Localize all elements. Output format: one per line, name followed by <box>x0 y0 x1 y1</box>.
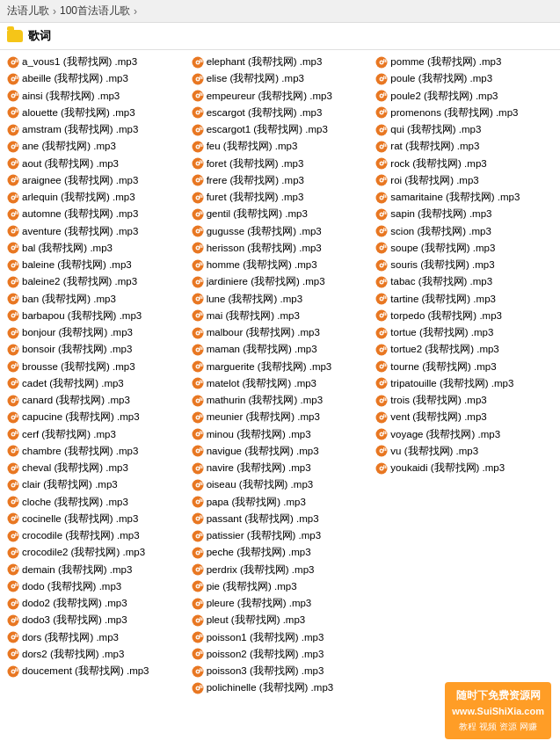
list-item[interactable]: elise (我帮找网) .mp3 <box>190 70 371 87</box>
list-item[interactable]: poule (我帮找网) .mp3 <box>374 70 555 87</box>
breadcrumb-link-2[interactable]: 100首法语儿歌 <box>60 4 130 18</box>
breadcrumb-link-1[interactable]: 法语儿歌 <box>7 4 49 18</box>
list-item[interactable]: cloche (我帮找网) .mp3 <box>5 494 186 511</box>
list-item[interactable]: cerf (我帮找网) .mp3 <box>5 426 186 443</box>
list-item[interactable]: escargot (我帮找网) .mp3 <box>190 105 371 121</box>
list-item[interactable]: soupe (我帮找网) .mp3 <box>374 240 555 257</box>
list-item[interactable]: tortue (我帮找网) .mp3 <box>374 324 555 341</box>
list-item[interactable]: qui (我帮找网) .mp3 <box>374 121 555 138</box>
list-item[interactable]: papa (我帮找网) .mp3 <box>190 494 371 511</box>
list-item[interactable]: brousse (我帮找网) .mp3 <box>5 359 186 375</box>
list-item[interactable]: automne (我帮找网) .mp3 <box>5 206 186 222</box>
list-item[interactable]: samaritaine (我帮找网) .mp3 <box>374 189 555 206</box>
list-item[interactable]: pomme (我帮找网) .mp3 <box>374 54 555 70</box>
list-item[interactable]: dodo (我帮找网) .mp3 <box>5 578 186 595</box>
list-item[interactable]: meunier (我帮找网) .mp3 <box>190 409 371 425</box>
list-item[interactable]: tourne (我帮找网) .mp3 <box>374 359 555 375</box>
list-item[interactable]: abeille (我帮找网) .mp3 <box>5 70 186 87</box>
list-item[interactable]: tartine (我帮找网) .mp3 <box>374 291 555 308</box>
list-item[interactable]: promenons (我帮找网) .mp3 <box>374 105 555 121</box>
list-item[interactable]: aventure (我帮找网) .mp3 <box>5 223 186 240</box>
list-item[interactable]: capucine (我帮找网) .mp3 <box>5 409 186 425</box>
list-item[interactable]: youkaidi (我帮找网) .mp3 <box>374 460 555 476</box>
list-item[interactable]: dors2 (我帮找网) .mp3 <box>5 646 186 663</box>
list-item[interactable]: torpedo (我帮找网) .mp3 <box>374 308 555 324</box>
list-item[interactable]: poisson3 (我帮找网) .mp3 <box>190 663 371 679</box>
list-item[interactable]: ban (我帮找网) .mp3 <box>5 291 186 308</box>
list-item[interactable]: malbour (我帮找网) .mp3 <box>190 324 371 341</box>
list-item[interactable]: dodo3 (我帮找网) .mp3 <box>5 612 186 628</box>
list-item[interactable]: poisson2 (我帮找网) .mp3 <box>190 646 371 663</box>
list-item[interactable]: amstram (我帮找网) .mp3 <box>5 121 186 138</box>
list-item[interactable]: rock (我帮找网) .mp3 <box>374 156 555 172</box>
list-item[interactable]: demain (我帮找网) .mp3 <box>5 562 186 578</box>
list-item[interactable]: crocodile (我帮找网) .mp3 <box>5 527 186 544</box>
list-item[interactable]: gentil (我帮找网) .mp3 <box>190 206 371 222</box>
list-item[interactable]: elephant (我帮找网) .mp3 <box>190 54 371 70</box>
list-item[interactable]: voyage (我帮找网) .mp3 <box>374 426 555 443</box>
list-item[interactable]: poisson1 (我帮找网) .mp3 <box>190 629 371 646</box>
list-item[interactable]: polichinelle (我帮找网) .mp3 <box>190 679 371 696</box>
list-item[interactable]: canard (我帮找网) .mp3 <box>5 392 186 409</box>
list-item[interactable]: araignee (我帮找网) .mp3 <box>5 172 186 189</box>
list-item[interactable]: peche (我帮找网) .mp3 <box>190 544 371 561</box>
list-item[interactable]: minou (我帮找网) .mp3 <box>190 426 371 443</box>
list-item[interactable]: cheval (我帮找网) .mp3 <box>5 460 186 476</box>
list-item[interactable]: matelot (我帮找网) .mp3 <box>190 375 371 392</box>
list-item[interactable]: navigue (我帮找网) .mp3 <box>190 443 371 460</box>
list-item[interactable]: scion (我帮找网) .mp3 <box>374 223 555 240</box>
list-item[interactable]: frere (我帮找网) .mp3 <box>190 172 371 189</box>
list-item[interactable]: dodo2 (我帮找网) .mp3 <box>5 595 186 612</box>
list-item[interactable]: a_vous1 (我帮找网) .mp3 <box>5 54 186 70</box>
list-item[interactable]: barbapou (我帮找网) .mp3 <box>5 308 186 324</box>
list-item[interactable]: cadet (我帮找网) .mp3 <box>5 375 186 392</box>
list-item[interactable]: mathurin (我帮找网) .mp3 <box>190 392 371 409</box>
list-item[interactable]: vu (我帮找网) .mp3 <box>374 443 555 460</box>
list-item[interactable]: clair (我帮找网) .mp3 <box>5 476 186 493</box>
list-item[interactable]: tortue2 (我帮找网) .mp3 <box>374 341 555 358</box>
list-item[interactable]: herisson (我帮找网) .mp3 <box>190 240 371 257</box>
list-item[interactable]: roi (我帮找网) .mp3 <box>374 172 555 189</box>
list-item[interactable]: marguerite (我帮找网) .mp3 <box>190 359 371 375</box>
list-item[interactable]: bonsoir (我帮找网) .mp3 <box>5 341 186 358</box>
list-item[interactable]: arlequin (我帮找网) .mp3 <box>5 189 186 206</box>
list-item[interactable]: poule2 (我帮找网) .mp3 <box>374 88 555 105</box>
list-item[interactable]: furet (我帮找网) .mp3 <box>190 189 371 206</box>
list-item[interactable]: baleine (我帮找网) .mp3 <box>5 257 186 273</box>
list-item[interactable]: souris (我帮找网) .mp3 <box>374 257 555 273</box>
list-item[interactable]: crocodile2 (我帮找网) .mp3 <box>5 544 186 561</box>
list-item[interactable]: feu (我帮找网) .mp3 <box>190 138 371 155</box>
list-item[interactable]: passant (我帮找网) .mp3 <box>190 511 371 527</box>
list-item[interactable]: gugusse (我帮找网) .mp3 <box>190 223 371 240</box>
list-item[interactable]: alouette (我帮找网) .mp3 <box>5 105 186 121</box>
list-item[interactable]: chambre (我帮找网) .mp3 <box>5 443 186 460</box>
list-item[interactable]: foret (我帮找网) .mp3 <box>190 156 371 172</box>
list-item[interactable]: pie (我帮找网) .mp3 <box>190 578 371 595</box>
list-item[interactable]: pleure (我帮找网) .mp3 <box>190 595 371 612</box>
list-item[interactable]: tabac (我帮找网) .mp3 <box>374 273 555 290</box>
list-item[interactable]: trois (我帮找网) .mp3 <box>374 392 555 409</box>
list-item[interactable]: jardiniere (我帮找网) .mp3 <box>190 273 371 290</box>
list-item[interactable]: sapin (我帮找网) .mp3 <box>374 206 555 222</box>
list-item[interactable]: dors (我帮找网) .mp3 <box>5 629 186 646</box>
list-item[interactable]: pleut (我帮找网) .mp3 <box>190 612 371 628</box>
list-item[interactable]: doucement (我帮找网) .mp3 <box>5 663 186 679</box>
list-item[interactable]: mai (我帮找网) .mp3 <box>190 308 371 324</box>
list-item[interactable]: perdrix (我帮找网) .mp3 <box>190 562 371 578</box>
list-item[interactable]: aout (我帮找网) .mp3 <box>5 156 186 172</box>
list-item[interactable]: patissier (我帮找网) .mp3 <box>190 527 371 544</box>
list-item[interactable]: oiseau (我帮找网) .mp3 <box>190 476 371 493</box>
list-item[interactable]: baleine2 (我帮找网) .mp3 <box>5 273 186 290</box>
list-item[interactable]: tripatouille (我帮找网) .mp3 <box>374 375 555 392</box>
list-item[interactable]: empeureur (我帮找网) .mp3 <box>190 88 371 105</box>
list-item[interactable]: navire (我帮找网) .mp3 <box>190 460 371 476</box>
list-item[interactable]: homme (我帮找网) .mp3 <box>190 257 371 273</box>
list-item[interactable]: lune (我帮找网) .mp3 <box>190 291 371 308</box>
list-item[interactable]: ane (我帮找网) .mp3 <box>5 138 186 155</box>
list-item[interactable]: bal (我帮找网) .mp3 <box>5 240 186 257</box>
list-item[interactable]: escargot1 (我帮找网) .mp3 <box>190 121 371 138</box>
list-item[interactable]: ainsi (我帮找网) .mp3 <box>5 88 186 105</box>
list-item[interactable]: vent (我帮找网) .mp3 <box>374 409 555 425</box>
list-item[interactable]: bonjour (我帮找网) .mp3 <box>5 324 186 341</box>
list-item[interactable]: maman (我帮找网) .mp3 <box>190 341 371 358</box>
